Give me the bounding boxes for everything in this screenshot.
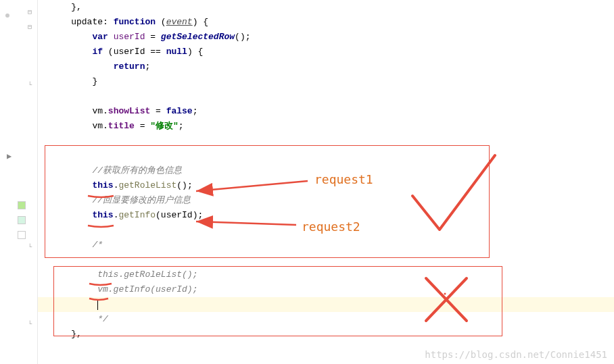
code-line: }, — [50, 0, 614, 15]
code-line: } — [50, 74, 614, 89]
code-line: this.getInfo(userId); — [50, 208, 614, 223]
gutter: ⊟ ⊟ └ └ └ ▶ — [0, 0, 38, 364]
fold-end-icon[interactable]: └ — [26, 82, 33, 89]
color-swatch-icon[interactable] — [18, 201, 26, 209]
code-line: update: function (event) { — [50, 15, 614, 30]
text-cursor-icon — [97, 299, 98, 310]
code-line: /* — [50, 238, 614, 253]
code-line — [50, 223, 614, 238]
fold-end-icon[interactable]: └ — [26, 244, 33, 251]
code-line: var userId = getSelectedRow(); — [50, 30, 614, 45]
code-line — [50, 89, 614, 104]
run-arrow-icon[interactable]: ▶ — [7, 151, 11, 161]
color-swatch-icon[interactable] — [18, 231, 26, 239]
code-line: }, — [50, 327, 614, 342]
code-line: vm.getInfo(userId); — [50, 282, 614, 297]
code-content[interactable]: }, update: function (event) { var userId… — [38, 0, 614, 364]
code-line: //回显要修改的用户信息 — [50, 193, 614, 208]
code-line: */ — [50, 312, 614, 327]
code-line: vm.title = "修改"; — [50, 119, 614, 134]
code-line: vm.showList = false; — [50, 104, 614, 119]
code-line: //获取所有的角色信息 — [50, 163, 614, 178]
fold-minus-icon[interactable]: ⊟ — [26, 9, 33, 16]
code-line — [50, 149, 614, 163]
fold-minus-icon[interactable]: ⊟ — [26, 24, 33, 31]
code-line-active — [50, 297, 614, 312]
code-line — [50, 134, 614, 149]
color-swatch-icon[interactable] — [18, 216, 26, 224]
code-editor: ⊟ ⊟ └ └ └ ▶ }, update: function (event) … — [0, 0, 614, 364]
code-line: this.getRoleList(); — [50, 267, 614, 282]
code-line: if (userId == null) { — [50, 45, 614, 59]
code-line: this.getRoleList(); — [50, 178, 614, 193]
watermark-text: https://blog.csdn.net/Connie1451 — [425, 349, 607, 360]
breakpoint-dot-icon[interactable] — [5, 14, 9, 18]
code-line: return; — [50, 59, 614, 74]
fold-end-icon[interactable]: └ — [26, 321, 33, 328]
code-line — [50, 253, 614, 267]
